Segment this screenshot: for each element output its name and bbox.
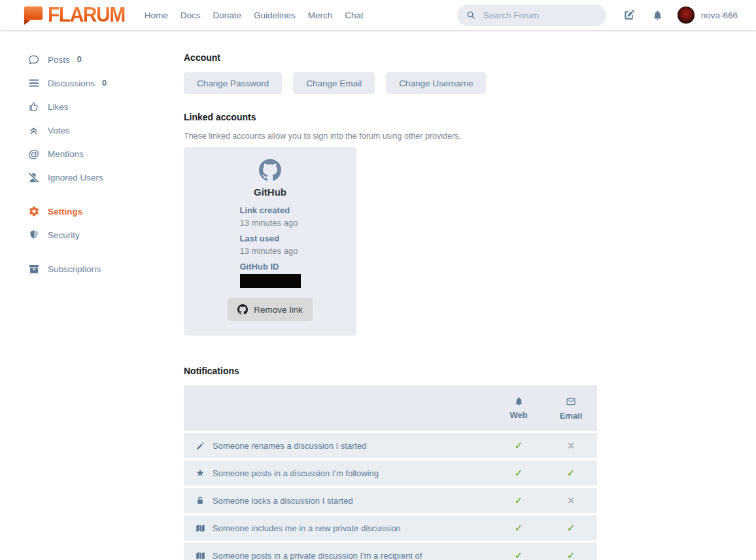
- angles-up-icon: [27, 125, 41, 136]
- profile-sidebar: Posts 0 Discussions 0 Likes: [0, 30, 184, 560]
- bars-icon: [27, 77, 41, 89]
- remove-link-label: Remove link: [254, 305, 302, 315]
- sidebar-item-ignored-users[interactable]: Ignored Users: [0, 166, 184, 189]
- bell-icon: [514, 396, 524, 406]
- sidebar-item-subscriptions[interactable]: Subscriptions: [0, 257, 184, 281]
- email-toggle[interactable]: ×: [545, 495, 597, 506]
- nav-home[interactable]: Home: [145, 10, 168, 20]
- email-column-label: Email: [560, 411, 583, 421]
- map-icon: [195, 551, 205, 560]
- account-buttons: Change Password Change Email Change User…: [184, 72, 602, 94]
- nav-merch[interactable]: Merch: [308, 10, 333, 20]
- nav-donate[interactable]: Donate: [213, 10, 241, 20]
- email-toggle[interactable]: ✓: [545, 522, 597, 534]
- search-icon: [466, 10, 476, 20]
- last-used-entry: Last used 13 minutes ago: [240, 234, 301, 256]
- thumbs-up-icon: [27, 101, 41, 113]
- lock-icon: [195, 496, 205, 505]
- link-created-entry: Link created 13 minutes ago: [240, 205, 301, 228]
- box-archive-icon: [27, 263, 41, 275]
- posts-count: 0: [77, 55, 82, 64]
- change-email-button[interactable]: Change Email: [293, 72, 375, 94]
- sidebar-item-label: Likes: [48, 102, 69, 112]
- remove-link-button[interactable]: Remove link: [228, 298, 312, 321]
- notification-label: Someone renames a discussion I started: [213, 441, 492, 451]
- flarum-logo-mark-icon: [22, 5, 44, 26]
- notification-row: Someone locks a discussion I started ✓ ×: [184, 488, 597, 513]
- web-column-label: Web: [509, 410, 527, 420]
- sidebar-item-mentions[interactable]: @ Mentions: [0, 142, 184, 166]
- sidebar-item-label: Mentions: [48, 149, 84, 159]
- change-username-button[interactable]: Change Username: [386, 72, 486, 94]
- envelope-icon: [566, 396, 576, 407]
- sidebar-item-discussions[interactable]: Discussions 0: [0, 71, 184, 95]
- discussions-count: 0: [102, 79, 107, 88]
- github-id-redacted-value: [240, 274, 301, 288]
- notifications-bell-button[interactable]: [652, 10, 663, 21]
- github-link-info: Link created 13 minutes ago Last used 13…: [240, 205, 301, 288]
- github-id-label: GitHub ID: [240, 262, 301, 271]
- shield-icon: [27, 229, 41, 241]
- nav-guidelines[interactable]: Guidelines: [254, 10, 296, 20]
- notification-row: Someone includes me in a new private dis…: [184, 516, 597, 540]
- primary-nav: Home Docs Donate Guidelines Merch Chat: [145, 10, 364, 20]
- sidebar-item-votes[interactable]: Votes: [0, 118, 184, 142]
- sidebar-item-label: Votes: [48, 126, 70, 135]
- web-toggle[interactable]: ✓: [492, 467, 545, 479]
- change-password-button[interactable]: Change Password: [184, 72, 282, 94]
- sidebar-item-label: Settings: [48, 207, 82, 217]
- sidebar-item-likes[interactable]: Likes: [0, 95, 184, 118]
- user-avatar[interactable]: [678, 7, 695, 24]
- star-icon: ★: [195, 468, 205, 478]
- email-toggle[interactable]: ✓: [545, 550, 597, 560]
- notification-grid: Web Email: [184, 385, 597, 560]
- notification-row: Someone posts in a private discussion I'…: [184, 543, 597, 560]
- compose-button[interactable]: [623, 9, 636, 22]
- email-toggle[interactable]: ×: [545, 440, 597, 451]
- web-toggle[interactable]: ✓: [492, 440, 545, 451]
- linked-accounts-description: These linked accounts allow you to sign …: [184, 131, 602, 141]
- nav-docs[interactable]: Docs: [180, 10, 201, 20]
- account-section-title: Account: [184, 52, 602, 63]
- nav-chat[interactable]: Chat: [345, 10, 364, 20]
- github-icon: [237, 304, 248, 315]
- email-column-header: Email: [545, 396, 597, 421]
- username[interactable]: nova-666: [701, 10, 738, 20]
- search-box[interactable]: [457, 5, 606, 26]
- sidebar-divider: [0, 247, 184, 257]
- link-created-value: 13 minutes ago: [240, 218, 301, 228]
- sidebar-item-posts[interactable]: Posts 0: [0, 48, 184, 71]
- link-created-label: Link created: [240, 205, 301, 215]
- search-input[interactable]: [482, 10, 598, 21]
- at-icon: @: [27, 149, 41, 160]
- user-slash-icon: [27, 171, 41, 184]
- web-toggle[interactable]: ✓: [492, 495, 545, 506]
- notification-label: Someone locks a discussion I started: [213, 496, 492, 506]
- github-linked-account-card: GitHub Link created 13 minutes ago Last …: [184, 147, 356, 336]
- sidebar-divider: [0, 189, 184, 200]
- comment-icon: [27, 54, 41, 66]
- top-navbar: FLARUM Home Docs Donate Guidelines Merch…: [0, 0, 756, 30]
- sidebar-item-label: Security: [48, 230, 80, 240]
- notification-label: Someone includes me in a new private dis…: [213, 523, 492, 533]
- web-toggle[interactable]: ✓: [492, 522, 545, 534]
- sidebar-item-label: Discussions: [48, 79, 95, 88]
- last-used-label: Last used: [240, 234, 301, 243]
- web-toggle[interactable]: ✓: [492, 550, 545, 560]
- sidebar-item-label: Posts: [48, 55, 70, 65]
- github-provider-name: GitHub: [184, 186, 356, 198]
- email-toggle[interactable]: ✓: [545, 467, 597, 479]
- notifications-section-title: Notifications: [184, 366, 602, 376]
- settings-content: Account Change Password Change Email Cha…: [184, 30, 602, 560]
- notification-grid-header: Web Email: [184, 385, 597, 431]
- notification-row: ★ Someone posts in a discussion I'm foll…: [184, 461, 597, 485]
- sidebar-item-settings[interactable]: Settings: [0, 200, 184, 223]
- sidebar-item-security[interactable]: Security: [0, 223, 184, 247]
- sidebar-item-label: Ignored Users: [48, 173, 103, 183]
- linked-accounts-title: Linked accounts: [184, 112, 602, 122]
- last-used-value: 13 minutes ago: [240, 246, 301, 256]
- notification-label: Someone posts in a private discussion I'…: [213, 551, 492, 560]
- flarum-logo[interactable]: FLARUM: [22, 5, 125, 26]
- github-id-entry: GitHub ID: [240, 262, 301, 288]
- notification-label: Someone posts in a discussion I'm follow…: [213, 468, 492, 478]
